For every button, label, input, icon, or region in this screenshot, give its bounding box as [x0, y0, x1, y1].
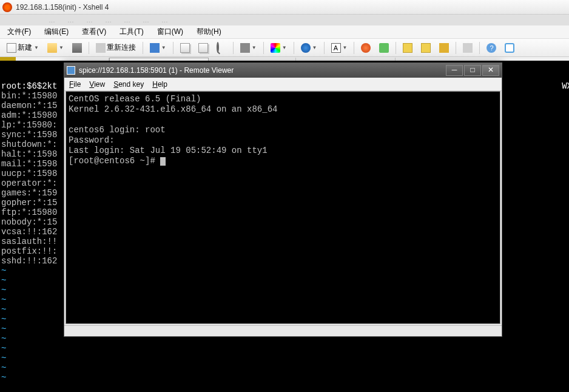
remote-viewer-menubar: File View Send key Help [64, 78, 502, 91]
separator [294, 42, 294, 54]
menu-file[interactable]: 文件(F) [5, 25, 33, 38]
separator [479, 42, 480, 54]
properties-button[interactable] [69, 41, 85, 55]
menu-window[interactable]: 窗口(W) [155, 25, 186, 38]
chevron-down-icon: ▼ [59, 45, 64, 50]
menu-edit[interactable]: 编辑(E) [42, 25, 71, 38]
green-icon [379, 43, 389, 53]
color-icon [271, 43, 280, 53]
app-icon [2, 2, 12, 12]
script-button[interactable] [376, 41, 392, 55]
encoding-button[interactable]: ▼ [298, 41, 320, 55]
folder-icon [47, 43, 57, 53]
chevron-down-icon: ▼ [312, 45, 317, 50]
bubble-icon [505, 43, 514, 53]
separator [354, 42, 354, 54]
reconnect-button[interactable]: 重新连接 [93, 41, 139, 55]
remote-viewer-window: spice://192.168.1.158:5901 (1) - Remote … [64, 63, 502, 337]
grid2-button[interactable] [418, 41, 434, 55]
menu-view[interactable]: 查看(V) [79, 25, 109, 38]
menu-help[interactable]: 帮助(H) [194, 25, 224, 38]
rv-menu-help[interactable]: Help [152, 80, 167, 89]
new-button[interactable]: 新建▼ [4, 41, 42, 55]
app-title: 192.168.1.158(init) - Xshell 4 [16, 3, 109, 12]
monitor-icon [67, 66, 75, 75]
separator [263, 42, 264, 54]
separator [456, 42, 456, 54]
paperclip-icon [463, 43, 473, 53]
chevron-down-icon: ▼ [161, 45, 166, 50]
remote-viewer-statusbar [64, 325, 502, 336]
font-button[interactable]: A▼ [328, 41, 351, 55]
copy-button[interactable] [177, 41, 193, 55]
help-button[interactable]: ? [483, 41, 499, 55]
remote-viewer-titlebar[interactable]: spice://192.168.1.158:5901 (1) - Remote … [64, 63, 502, 78]
menubar: 文件(F) 编辑(E) 查看(V) 工具(T) 窗口(W) 帮助(H) [0, 25, 569, 39]
link-icon [96, 43, 106, 53]
cursor [160, 157, 166, 166]
xftp-button[interactable] [358, 41, 374, 55]
print-button[interactable]: ▼ [237, 41, 260, 55]
separator [89, 42, 89, 54]
print-icon [240, 43, 250, 53]
grid1-button[interactable] [400, 41, 416, 55]
chevron-down-icon: ▼ [343, 45, 348, 50]
separator [233, 42, 234, 54]
rv-menu-sendkey[interactable]: Send key [113, 80, 144, 89]
snail-icon [361, 43, 371, 53]
grid-icon [403, 43, 412, 53]
lock-icon [439, 43, 449, 53]
clipboard-button[interactable]: ▼ [147, 41, 169, 55]
open-button[interactable]: ▼ [44, 41, 67, 55]
globe-icon [301, 43, 311, 53]
rv-menu-view[interactable]: View [89, 80, 105, 89]
help-icon: ? [487, 43, 496, 53]
search-button[interactable] [214, 41, 229, 55]
maximize-button[interactable]: □ [464, 65, 481, 76]
background-browser-tabs: ………………… [0, 15, 569, 25]
chevron-down-icon: ▼ [282, 45, 287, 50]
font-icon: A [331, 43, 341, 53]
minimize-button[interactable]: ─ [446, 65, 463, 76]
separator [396, 42, 396, 54]
attach-button[interactable] [460, 41, 476, 55]
grid-icon [421, 43, 431, 53]
remote-viewer-terminal[interactable]: CentOS release 6.5 (Final) Kernel 2.6.32… [66, 91, 500, 324]
pencil-icon [72, 43, 82, 53]
chevron-down-icon: ▼ [34, 45, 39, 50]
colorscheme-button[interactable]: ▼ [268, 41, 290, 55]
separator [143, 42, 143, 54]
remote-viewer-title: spice://192.168.1.158:5901 (1) - Remote … [79, 66, 445, 75]
lock-button[interactable] [436, 41, 452, 55]
copy-icon [180, 43, 190, 53]
paste-icon [198, 43, 208, 53]
search-icon [217, 43, 226, 53]
separator [324, 42, 325, 54]
chevron-down-icon: ▼ [252, 45, 257, 50]
separator [173, 42, 173, 54]
feedback-button[interactable] [502, 41, 517, 55]
app-titlebar: 192.168.1.158(init) - Xshell 4 [0, 0, 569, 15]
toolbar: 新建▼ ▼ 重新连接 ▼ ▼ ▼ ▼ A▼ ? [0, 39, 569, 57]
document-icon [7, 43, 16, 53]
close-button[interactable]: ✕ [482, 65, 499, 76]
paste-button[interactable] [195, 41, 211, 55]
menu-tools[interactable]: 工具(T) [117, 25, 146, 38]
rv-menu-file[interactable]: File [69, 80, 81, 89]
clipboard-icon [150, 43, 160, 53]
